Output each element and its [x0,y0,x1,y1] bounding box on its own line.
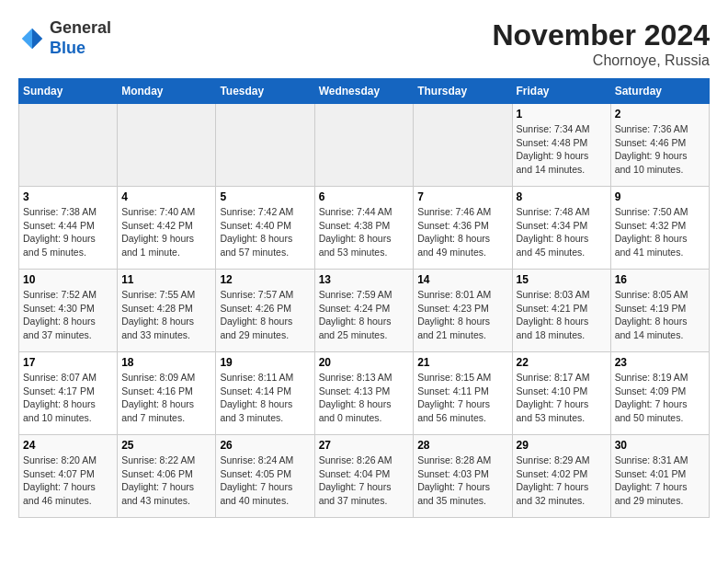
day-info: Sunrise: 8:09 AM Sunset: 4:16 PM Dayligh… [121,371,211,425]
svg-marker-1 [22,28,32,49]
day-number: 1 [517,108,607,121]
logo-icon [18,25,46,52]
day-info: Sunrise: 8:03 AM Sunset: 4:21 PM Dayligh… [517,288,607,342]
calendar-cell [414,104,512,187]
day-number: 8 [517,190,607,203]
day-number: 10 [23,273,113,286]
day-number: 22 [517,356,607,369]
calendar-week-row: 1Sunrise: 7:34 AM Sunset: 4:48 PM Daylig… [19,104,710,187]
calendar-cell: 22Sunrise: 8:17 AM Sunset: 4:10 PM Dayli… [512,352,610,435]
day-number: 17 [23,356,113,369]
day-number: 15 [517,273,607,286]
day-number: 19 [220,356,310,369]
calendar-cell: 20Sunrise: 8:13 AM Sunset: 4:13 PM Dayli… [314,352,414,435]
day-info: Sunrise: 7:52 AM Sunset: 4:30 PM Dayligh… [23,288,113,342]
day-info: Sunrise: 8:29 AM Sunset: 4:02 PM Dayligh… [517,454,607,508]
day-info: Sunrise: 7:46 AM Sunset: 4:36 PM Dayligh… [417,205,507,259]
calendar-cell: 9Sunrise: 7:50 AM Sunset: 4:32 PM Daylig… [610,187,709,270]
month-title: November 2024 [492,18,710,52]
day-number: 26 [220,439,310,452]
header: General Blue November 2024 Chornoye, Rus… [18,18,710,69]
calendar-cell: 1Sunrise: 7:34 AM Sunset: 4:48 PM Daylig… [512,104,610,187]
day-number: 3 [23,190,113,203]
calendar: SundayMondayTuesdayWednesdayThursdayFrid… [18,78,710,518]
day-info: Sunrise: 8:15 AM Sunset: 4:11 PM Dayligh… [417,371,507,425]
calendar-cell: 21Sunrise: 8:15 AM Sunset: 4:11 PM Dayli… [414,352,512,435]
day-info: Sunrise: 7:59 AM Sunset: 4:24 PM Dayligh… [319,288,410,342]
calendar-cell: 15Sunrise: 8:03 AM Sunset: 4:21 PM Dayli… [512,270,610,352]
calendar-cell: 13Sunrise: 7:59 AM Sunset: 4:24 PM Dayli… [314,270,414,352]
logo-text: General Blue [50,18,111,58]
calendar-cell: 2Sunrise: 7:36 AM Sunset: 4:46 PM Daylig… [610,104,709,187]
calendar-cell: 11Sunrise: 7:55 AM Sunset: 4:28 PM Dayli… [118,270,216,352]
day-info: Sunrise: 7:38 AM Sunset: 4:44 PM Dayligh… [23,205,113,259]
calendar-week-row: 24Sunrise: 8:20 AM Sunset: 4:07 PM Dayli… [19,435,710,518]
day-number: 29 [517,439,607,452]
day-number: 4 [121,190,211,203]
day-info: Sunrise: 8:26 AM Sunset: 4:04 PM Dayligh… [319,454,410,508]
day-info: Sunrise: 8:20 AM Sunset: 4:07 PM Dayligh… [23,454,113,508]
day-number: 25 [121,439,211,452]
day-info: Sunrise: 8:31 AM Sunset: 4:01 PM Dayligh… [615,454,705,508]
day-info: Sunrise: 8:19 AM Sunset: 4:09 PM Dayligh… [615,371,705,425]
day-number: 18 [121,356,211,369]
calendar-header-row: SundayMondayTuesdayWednesdayThursdayFrid… [19,79,710,104]
calendar-cell: 26Sunrise: 8:24 AM Sunset: 4:05 PM Dayli… [216,435,314,518]
day-info: Sunrise: 7:42 AM Sunset: 4:40 PM Dayligh… [220,205,310,259]
day-info: Sunrise: 7:48 AM Sunset: 4:34 PM Dayligh… [517,205,607,259]
calendar-cell: 27Sunrise: 8:26 AM Sunset: 4:04 PM Dayli… [314,435,414,518]
day-number: 11 [121,273,211,286]
day-info: Sunrise: 8:11 AM Sunset: 4:14 PM Dayligh… [220,371,310,425]
calendar-cell: 4Sunrise: 7:40 AM Sunset: 4:42 PM Daylig… [118,187,216,270]
calendar-cell [314,104,414,187]
day-of-week-header: Monday [118,79,216,104]
day-info: Sunrise: 8:22 AM Sunset: 4:06 PM Dayligh… [121,454,211,508]
calendar-cell: 14Sunrise: 8:01 AM Sunset: 4:23 PM Dayli… [414,270,512,352]
day-of-week-header: Sunday [19,79,118,104]
calendar-cell: 6Sunrise: 7:44 AM Sunset: 4:38 PM Daylig… [314,187,414,270]
calendar-cell: 5Sunrise: 7:42 AM Sunset: 4:40 PM Daylig… [216,187,314,270]
calendar-cell: 16Sunrise: 8:05 AM Sunset: 4:19 PM Dayli… [610,270,709,352]
calendar-cell: 8Sunrise: 7:48 AM Sunset: 4:34 PM Daylig… [512,187,610,270]
day-number: 24 [23,439,113,452]
day-number: 21 [417,356,507,369]
calendar-cell: 10Sunrise: 7:52 AM Sunset: 4:30 PM Dayli… [19,270,118,352]
calendar-cell [118,104,216,187]
calendar-cell: 29Sunrise: 8:29 AM Sunset: 4:02 PM Dayli… [512,435,610,518]
day-info: Sunrise: 7:57 AM Sunset: 4:26 PM Dayligh… [220,288,310,342]
day-number: 14 [417,273,507,286]
day-number: 16 [615,273,705,286]
day-info: Sunrise: 8:07 AM Sunset: 4:17 PM Dayligh… [23,371,113,425]
calendar-cell [216,104,314,187]
day-info: Sunrise: 7:36 AM Sunset: 4:46 PM Dayligh… [615,122,705,177]
location: Chornoye, Russia [492,52,710,69]
logo-blue: Blue [50,39,85,57]
day-of-week-header: Tuesday [216,79,314,104]
day-of-week-header: Thursday [414,79,512,104]
day-number: 7 [417,190,507,203]
calendar-cell: 19Sunrise: 8:11 AM Sunset: 4:14 PM Dayli… [216,352,314,435]
svg-marker-0 [32,28,42,49]
day-number: 28 [417,439,507,452]
calendar-cell: 7Sunrise: 7:46 AM Sunset: 4:36 PM Daylig… [414,187,512,270]
day-of-week-header: Saturday [610,79,709,104]
day-info: Sunrise: 8:17 AM Sunset: 4:10 PM Dayligh… [517,371,607,425]
calendar-cell: 28Sunrise: 8:28 AM Sunset: 4:03 PM Dayli… [414,435,512,518]
calendar-cell: 12Sunrise: 7:57 AM Sunset: 4:26 PM Dayli… [216,270,314,352]
day-number: 6 [319,190,410,203]
day-number: 2 [615,108,705,121]
calendar-week-row: 3Sunrise: 7:38 AM Sunset: 4:44 PM Daylig… [19,187,710,270]
day-info: Sunrise: 8:05 AM Sunset: 4:19 PM Dayligh… [615,288,705,342]
logo-general: General [50,18,111,37]
day-info: Sunrise: 7:34 AM Sunset: 4:48 PM Dayligh… [517,122,607,177]
day-number: 12 [220,273,310,286]
day-number: 20 [319,356,410,369]
day-number: 9 [615,190,705,203]
calendar-week-row: 17Sunrise: 8:07 AM Sunset: 4:17 PM Dayli… [19,352,710,435]
day-info: Sunrise: 8:13 AM Sunset: 4:13 PM Dayligh… [319,371,410,425]
title-area: November 2024 Chornoye, Russia [492,18,710,69]
calendar-week-row: 10Sunrise: 7:52 AM Sunset: 4:30 PM Dayli… [19,270,710,352]
day-of-week-header: Friday [512,79,610,104]
calendar-cell: 30Sunrise: 8:31 AM Sunset: 4:01 PM Dayli… [610,435,709,518]
calendar-cell: 3Sunrise: 7:38 AM Sunset: 4:44 PM Daylig… [19,187,118,270]
